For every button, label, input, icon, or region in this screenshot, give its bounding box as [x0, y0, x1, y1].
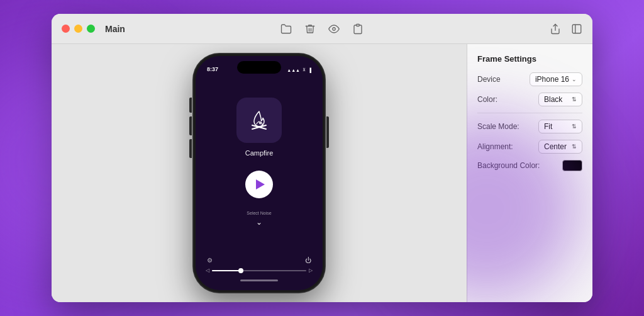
window-title: Main — [105, 24, 125, 34]
titlebar-center-toolbar — [280, 23, 364, 35]
trash-icon[interactable] — [304, 23, 316, 35]
volume-high-icon: ▷ — [309, 268, 313, 273]
power-icon[interactable]: ⏻ — [305, 257, 311, 264]
home-bar — [240, 279, 278, 281]
bottom-icons-row: ⚙ ⏻ — [206, 257, 313, 264]
color-value: Black — [544, 95, 562, 104]
traffic-lights — [62, 25, 95, 33]
sidebar-icon[interactable] — [571, 23, 582, 35]
svg-rect-1 — [357, 24, 360, 26]
settings-divider-1 — [477, 113, 582, 113]
color-label: Color: — [477, 95, 497, 104]
phone-mockup: 8:37 ▲▲▲ ⊻ ▐ — [193, 54, 325, 293]
phone-mute-button — [189, 98, 192, 113]
titlebar-right-toolbar — [550, 23, 582, 35]
volume-low-icon: ◁ — [206, 268, 209, 273]
volume-fill — [212, 270, 240, 271]
scale-value: Fit — [544, 122, 552, 131]
alignment-chevron-icon: ⇅ — [572, 144, 577, 150]
device-value: iPhone 16 — [535, 75, 569, 84]
svg-point-0 — [333, 27, 336, 30]
app-name-label: Campfire — [245, 149, 274, 157]
device-setting-row: Device iPhone 16 ⌄ — [477, 72, 582, 86]
svg-rect-3 — [572, 25, 581, 33]
volume-track[interactable] — [212, 270, 306, 271]
status-icons: ▲▲▲ ⊻ ▐ — [287, 67, 311, 72]
minimize-button[interactable] — [74, 25, 82, 33]
panel-title: Frame Settings — [477, 54, 582, 64]
color-setting-row: Color: Black ⇅ — [477, 93, 582, 106]
app-icon — [236, 98, 282, 143]
close-button[interactable] — [62, 25, 70, 33]
volume-row: ◁ ▷ — [206, 268, 313, 273]
clipboard-icon[interactable] — [352, 23, 364, 35]
play-button[interactable] — [245, 171, 273, 198]
scale-dropdown[interactable]: Fit ⇅ — [538, 120, 582, 133]
color-chevron-icon: ⇅ — [572, 96, 577, 103]
device-chevron-icon: ⌄ — [572, 76, 577, 82]
phone-screen: 8:37 ▲▲▲ ⊻ ▐ — [196, 56, 323, 290]
eye-icon[interactable] — [328, 23, 340, 35]
volume-thumb[interactable] — [238, 268, 243, 273]
phone-vol-down-button — [189, 139, 192, 158]
phone-bottom-controls: ⚙ ⏻ ◁ ▷ — [196, 257, 323, 290]
battery-icon: ▐ — [308, 68, 311, 72]
canvas-area: 8:37 ▲▲▲ ⊻ ▐ — [52, 44, 467, 302]
signal-icon: ▲▲▲ — [287, 68, 300, 72]
device-label: Device — [477, 75, 501, 84]
status-time: 8:37 — [207, 66, 218, 72]
color-dropdown[interactable]: Black ⇅ — [538, 93, 582, 106]
device-dropdown[interactable]: iPhone 16 ⌄ — [530, 72, 582, 86]
phone-power-button — [326, 116, 329, 148]
phone-app-content: Campfire Select Noise ⌄ — [196, 75, 323, 257]
share-icon[interactable] — [550, 23, 561, 35]
dynamic-island — [237, 61, 281, 74]
play-triangle-icon — [256, 179, 265, 189]
phone-vol-up-button — [189, 116, 192, 135]
scale-chevron-icon: ⇅ — [572, 123, 577, 130]
folder-icon[interactable] — [280, 23, 292, 35]
titlebar: Main — [52, 14, 592, 44]
maximize-button[interactable] — [87, 25, 95, 33]
settings-icon[interactable]: ⚙ — [207, 257, 213, 264]
select-noise-label: Select Noise — [247, 211, 271, 215]
chevron-down-icon[interactable]: ⌄ — [256, 218, 262, 227]
wifi-icon: ⊻ — [303, 67, 306, 72]
